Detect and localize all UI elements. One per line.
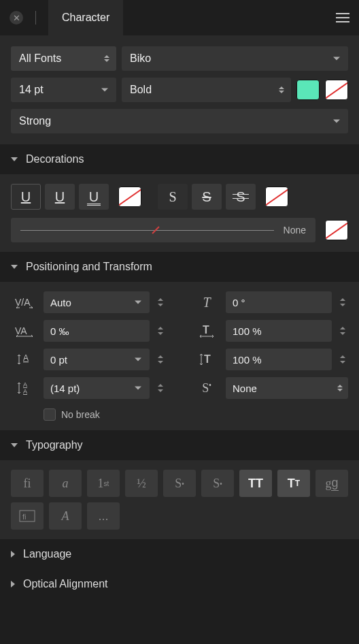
character-style-value: Strong [19,115,51,127]
fractions-button[interactable]: ½ [125,470,158,497]
ligatures-button[interactable]: fi [11,470,44,497]
font-style-value: Bold [130,84,152,96]
no-break-label: No break [61,409,100,420]
strike-none-button[interactable]: S [158,184,188,210]
subscript-button[interactable]: S• [201,470,234,497]
kerning-stepper[interactable] [155,298,166,306]
tracking-input[interactable]: 0 ‰ [44,320,150,342]
baseline-input[interactable]: 0 pt [44,349,150,370]
strike-color-swatch[interactable] [265,187,288,207]
superscript-button[interactable]: S• [163,470,196,497]
kerning-icon: V/A [11,296,38,308]
contextual-alt-button[interactable]: a [49,470,82,497]
section-header-decorations[interactable]: Decorations [0,144,359,174]
smallcaps-button[interactable]: TT [277,470,310,497]
underline-color-swatch[interactable] [118,187,141,207]
fill-color-swatch[interactable] [296,80,320,100]
svg-text:A: A [23,388,27,395]
chevron-down-icon [333,57,340,61]
svg-text:A: A [23,353,29,363]
vscale-input[interactable]: 100 % [226,349,332,370]
caret-open-icon [11,443,18,447]
strike-single-button[interactable]: S [192,184,222,210]
svg-text:A: A [23,381,27,388]
svg-text:VA: VA [15,325,27,336]
caret-open-icon [11,265,18,269]
stroke-style-value: None [284,225,315,236]
panel-menu-button[interactable] [336,13,349,22]
stroke-color-swatch[interactable] [325,80,348,100]
baseline-stepper[interactable] [155,355,166,364]
underline-single-alt-button[interactable]: U [45,184,75,210]
kerning-input[interactable]: Auto [44,291,150,313]
font-family-value: Biko [130,52,151,65]
section-title: Language [23,548,71,560]
vscale-stepper[interactable] [337,355,348,364]
chevron-updown-icon [337,385,343,391]
character-style-select[interactable]: Strong [11,109,348,133]
leading-stepper[interactable] [155,384,166,392]
underline-double-button[interactable]: U [79,184,109,210]
svg-text:T: T [204,353,211,365]
shear-icon: T [193,295,220,310]
font-size-value: 14 pt [19,84,44,96]
no-break-checkbox[interactable] [44,408,56,421]
section-title: Positioning and Transform [26,261,152,273]
allcaps-button[interactable]: TT [239,470,272,497]
caret-closed-icon [11,581,15,587]
shear-stepper[interactable] [337,298,348,306]
chevron-down-icon [333,120,340,123]
section-header-positioning[interactable]: Positioning and Transform [0,252,359,282]
caps-select[interactable]: None [226,377,348,399]
chevron-down-icon [135,358,141,361]
svg-text:T: T [203,324,209,336]
font-style-select[interactable]: Bold [122,78,291,102]
tabular-figures-button[interactable]: fi [11,502,44,530]
close-panel-button[interactable]: ✕ [10,11,23,25]
stroke-style-select[interactable]: None [11,218,315,242]
chevron-updown-icon [104,55,109,62]
chevron-down-icon [135,301,141,304]
divider [35,11,36,25]
swash-button[interactable]: A [49,502,82,530]
vscale-icon: T [193,352,220,367]
caps-icon: S• [193,381,220,396]
stylistic-set-button[interactable]: gg [315,470,348,497]
font-size-select[interactable]: 14 pt [11,78,116,102]
tab-label: Character [62,12,109,24]
section-header-optical[interactable]: Optical Alignment [0,569,359,599]
leading-input[interactable]: (14 pt) [44,377,150,399]
underline-single-button[interactable]: U [11,184,41,210]
svg-text:fi: fi [22,513,27,521]
section-title: Typography [26,439,83,451]
section-title: Decorations [26,153,84,165]
tracking-icon: VA [11,325,38,337]
hscale-stepper[interactable] [337,327,348,335]
decoration-stroke-color-swatch[interactable] [325,220,348,240]
font-family-select[interactable]: Biko [122,46,348,71]
chevron-down-icon [135,387,141,390]
tab-character[interactable]: Character [48,0,123,35]
font-collection-value: All Fonts [19,52,61,65]
chevron-down-icon [101,88,108,92]
caret-closed-icon [11,551,15,558]
hscale-input[interactable]: 100 % [226,320,332,342]
section-header-language[interactable]: Language [0,539,359,569]
shear-input[interactable]: 0 ° [226,291,332,313]
hscale-icon: T [193,324,220,338]
strike-double-button[interactable]: S [226,184,256,210]
leading-icon: AA [11,381,38,396]
svg-text:V/A: V/A [15,297,31,308]
chevron-updown-icon [279,86,284,93]
baseline-icon: A [11,353,38,366]
section-title: Optical Alignment [23,578,108,590]
caret-open-icon [11,157,18,161]
typography-more-button[interactable]: ... [87,502,120,530]
section-header-typography[interactable]: Typography [0,430,359,460]
tracking-stepper[interactable] [155,327,166,335]
ordinals-button[interactable]: 1st [87,470,120,497]
font-collection-select[interactable]: All Fonts [11,46,116,71]
